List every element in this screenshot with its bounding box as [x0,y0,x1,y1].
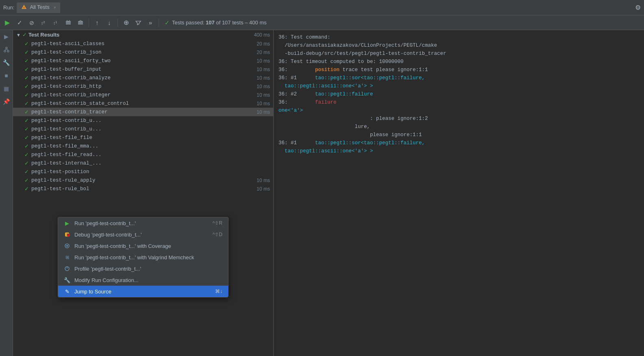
title-bar: Run: All Tests × ⚙ [0,0,644,15]
wrench-side-icon[interactable]: 🔧 [2,58,11,67]
tab-run-icon [21,4,27,11]
more-actions-button[interactable]: » [145,17,156,28]
test-item[interactable]: ✓ pegtl-test-internal_... [13,159,273,167]
test-check-icon: ✓ [24,49,29,55]
output-line: 36: Test timeout computed to be: 1000000… [278,58,639,66]
filter-output-button[interactable] [133,17,144,28]
status-check-icon: ✓ [165,20,170,26]
test-check-icon: ✓ [24,186,29,192]
test-list: ✓ pegtl-test-ascii_classes 20 ms ✓ pegtl… [13,39,273,193]
test-item[interactable]: ✓ pegtl-test-contrib_state_control 10 ms [13,99,273,108]
sort-button-1[interactable]: ↕² [38,17,50,28]
next-button[interactable]: ↓ [104,17,115,28]
test-time: 20 ms [257,50,270,55]
output-panel: 36: Test command: /Users/anastasiakazako… [273,30,644,356]
test-item[interactable]: ✓ pegtl-test-contrib_u... [13,125,273,133]
test-item[interactable]: ✓ pegtl-test-contrib_analyze 10 ms [13,74,273,82]
prev-button[interactable]: ↑ [91,17,103,28]
ctx-jump-source-item[interactable]: ✎ Jump to Source ⌘↓ [58,286,228,297]
test-check-icon: ✓ [24,169,29,175]
ctx-jump-icon: ✎ [64,288,70,295]
group-time: 400 ms [254,32,270,38]
test-time: 10 ms [257,84,270,89]
test-name: pegtl-test-contrib_http [31,84,254,89]
ctx-profile-item[interactable]: Profile 'pegtl-test-contrib_t...' [58,263,228,274]
test-name: pegtl-test-rule_apply [31,178,254,183]
app-window: Run: All Tests × ⚙ ▶ ✓ ⊘ ↕² ↕¹ [0,0,644,356]
toolbar-divider-3 [159,19,159,27]
test-item[interactable]: ✓ pegtl-test-rule_bol 10 ms [13,185,273,193]
toolbar: ▶ ✓ ⊘ ↕² ↕¹ [0,15,644,30]
run-side-icon[interactable]: ▶ [2,32,11,41]
stop-side-icon[interactable]: ■ [2,71,11,80]
test-time: 10 ms [257,67,270,72]
test-item[interactable]: ✓ pegtl-test-rule_apply 10 ms [13,176,273,185]
test-item[interactable]: ✓ pegtl-test-position [13,167,273,176]
pin-side-icon[interactable]: 📌 [2,97,11,106]
tab-close-button[interactable]: × [54,5,56,10]
settings-button[interactable]: ⚙ [635,4,641,11]
sort-button-2[interactable]: ↕¹ [50,17,62,28]
test-check-icon: ✓ [24,83,29,89]
test-item-selected[interactable]: ✓ pegtl-test-contrib_tracer 10 ms [13,108,273,116]
tab-all-tests[interactable]: All Tests × [17,2,60,13]
ctx-coverage-item[interactable]: Run 'pegtl-test-contrib_t...' with Cover… [58,240,228,252]
stop-run-button[interactable]: ⊘ [26,17,37,28]
collapse-all-button[interactable] [63,17,74,28]
ctx-debug-label: Debug 'pegtl-test-contrib_t...' [74,232,209,238]
test-item[interactable]: ✓ pegtl-test-contrib_u... [13,116,273,125]
output-line: /Users/anastasiakazakova/CLionProjects/P… [278,41,639,50]
test-item[interactable]: ✓ pegtl-test-contrib_integer 10 ms [13,91,273,99]
test-item[interactable]: ✓ pegtl-test-buffer_input 10 ms [13,65,273,74]
test-name: pegtl-test-position [31,169,268,175]
group-label: Test Results [28,32,59,38]
svg-text:↕¹: ↕¹ [53,20,57,25]
test-time: 10 ms [257,109,270,115]
test-name: pegtl-test-file_read... [31,152,268,158]
ctx-run-shortcut: ^⇧R [213,220,222,226]
ctx-debug-shortcut: ^⇧D [213,232,222,237]
svg-point-12 [7,50,9,52]
test-name: pegtl-test-file_mma... [31,143,268,149]
output-line: please ignore:1:1 [278,131,639,139]
svg-text:🐞: 🐞 [66,232,70,237]
search-test-button[interactable]: ⊕ [120,17,132,28]
svg-point-18 [66,245,68,247]
toolbar-divider-2 [117,19,118,27]
test-check-icon: ✓ [24,58,29,64]
ctx-debug-item[interactable]: 🐞 Debug 'pegtl-test-contrib_t...' ^⇧D [58,229,228,240]
ctx-run-item[interactable]: ▶ Run 'pegtl-test-contrib_t...' ^⇧R [58,217,228,229]
test-item[interactable]: ✓ pegtl-test-file_mma... [13,142,273,150]
test-item[interactable]: ✓ pegtl-test-contrib_http 10 ms [13,82,273,91]
test-check-icon: ✓ [24,126,29,132]
test-item[interactable]: ✓ pegtl-test-file_read... [13,150,273,159]
ctx-modify-item[interactable]: 🔧 Modify Run Configuration... [58,274,228,286]
test-group-header[interactable]: ▼ ✓ Test Results 400 ms [13,30,273,39]
git-side-icon[interactable] [2,45,11,54]
ctx-valgrind-item[interactable]: ⊞ Run 'pegtl-test-contrib_t...' with Val… [58,252,228,263]
test-item[interactable]: ✓ pegtl-test-file_file [13,133,273,142]
group-chevron: ▼ [16,33,21,37]
test-check-icon: ✓ [24,152,29,158]
sort-icon-1: ↕² [41,20,47,26]
test-name: pegtl-test-contrib_tracer [31,109,254,115]
test-name: pegtl-test-ascii_classes [31,41,254,47]
check-filter-button[interactable]: ✓ [14,17,25,28]
output-line: lure, [278,123,639,131]
test-check-icon: ✓ [24,92,29,98]
layout-side-icon[interactable]: ▦ [2,84,11,93]
context-menu: ▶ Run 'pegtl-test-contrib_t...' ^⇧R 🐞 De… [58,217,228,297]
main-content: ▶ 🔧 ■ ▦ 📌 ▼ ✓ Test Results [0,30,644,356]
run-label: Run: [3,4,14,11]
test-time: 10 ms [257,58,270,64]
run-button[interactable]: ▶ [2,17,13,28]
output-line: 36: #1 tao::pegtl::sor<tao::pegtl::failu… [278,74,639,82]
side-toolbar: ▶ 🔧 ■ ▦ 📌 [0,30,13,356]
test-item[interactable]: ✓ pegtl-test-contrib_json 20 ms [13,48,273,56]
test-name: pegtl-test-contrib_integer [31,92,254,98]
test-item[interactable]: ✓ pegtl-test-ascii_forty_two 10 ms [13,56,273,65]
expand-all-button[interactable] [75,17,86,28]
test-time: 10 ms [257,92,270,98]
sort-icon-2: ↕¹ [53,20,59,26]
test-item[interactable]: ✓ pegtl-test-ascii_classes 20 ms [13,39,273,48]
